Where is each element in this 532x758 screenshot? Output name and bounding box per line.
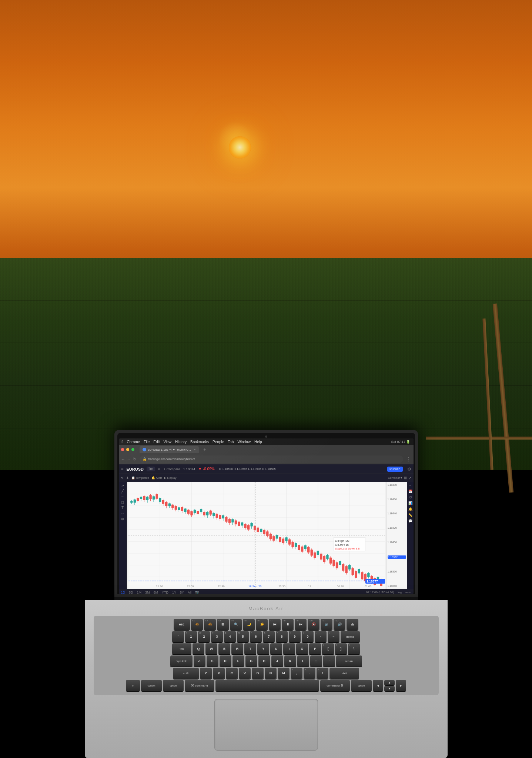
- key-command-left[interactable]: ⌘ command: [185, 680, 214, 691]
- key-f12[interactable]: F12🔊: [334, 619, 345, 630]
- key-f9[interactable]: F9⏭: [295, 619, 307, 630]
- timerange-3m[interactable]: 3M: [145, 591, 150, 594]
- key-s[interactable]: S: [207, 655, 218, 667]
- chrome-menu-item[interactable]: Chrome: [127, 440, 140, 444]
- key-f11[interactable]: F11🔉: [321, 619, 332, 630]
- tv-compare-label[interactable]: + Compare: [164, 467, 180, 471]
- key-f4[interactable]: F4🔍: [230, 619, 242, 630]
- timerange-1m[interactable]: 1M: [137, 591, 142, 594]
- timerange-5y[interactable]: 5Y: [180, 591, 184, 594]
- edit-menu-item[interactable]: Edit: [153, 440, 160, 444]
- tab-close-icon[interactable]: ×: [194, 448, 196, 451]
- tv-menu-icon[interactable]: ≡: [121, 467, 124, 472]
- alert-label[interactable]: 🔔 Alert: [151, 476, 162, 480]
- key-tab[interactable]: tab: [172, 643, 191, 654]
- key-option-left[interactable]: option: [163, 680, 184, 691]
- minimize-button[interactable]: [126, 448, 129, 451]
- key-r[interactable]: R: [231, 643, 243, 654]
- key-f7[interactable]: F7⏮: [269, 619, 281, 630]
- publish-button[interactable]: Publish: [387, 467, 403, 472]
- key-z[interactable]: Z: [200, 668, 212, 679]
- ruler-icon[interactable]: 📏: [408, 513, 412, 517]
- cursor-tool[interactable]: ↖: [121, 476, 124, 480]
- key-g[interactable]: G: [245, 655, 257, 667]
- key-f2[interactable]: F2🔆: [204, 619, 216, 630]
- tv-timeframe[interactable]: 1m: [147, 467, 155, 471]
- key-d[interactable]: D: [220, 655, 231, 667]
- key-f1[interactable]: F1🔅: [191, 619, 203, 630]
- key-f3[interactable]: F3⊞: [217, 619, 229, 630]
- replay-label[interactable]: ▶ Replay: [164, 476, 176, 480]
- view-menu-item[interactable]: View: [163, 440, 171, 444]
- key-capslock[interactable]: caps lock: [170, 655, 193, 667]
- alert-icon-right[interactable]: 🔔: [408, 507, 412, 511]
- timerange-1y[interactable]: 1Y: [172, 591, 176, 594]
- templates-label[interactable]: 📋 Templates: [131, 476, 150, 480]
- key-a[interactable]: A: [194, 655, 205, 667]
- key-0[interactable]: )0: [302, 631, 314, 642]
- key-t[interactable]: T: [244, 643, 256, 654]
- reload-button[interactable]: ↻: [133, 457, 137, 462]
- key-n[interactable]: N: [265, 668, 277, 679]
- key-command-right[interactable]: command ⌘: [320, 680, 350, 691]
- key-b[interactable]: B: [252, 668, 264, 679]
- key-eject[interactable]: ⏏: [347, 619, 358, 630]
- key-v[interactable]: V: [239, 668, 251, 679]
- key-backtick[interactable]: ~`: [172, 631, 184, 642]
- timerange-6m[interactable]: 6M: [154, 591, 158, 594]
- extensions-icon[interactable]: ⋮: [406, 456, 411, 462]
- key-f[interactable]: F: [232, 655, 244, 667]
- chrome-tab[interactable]: EURUSD 1.18374 ▼ -0.09% C... ×: [140, 446, 199, 453]
- tv-screenshot-icon[interactable]: 📷: [195, 591, 199, 594]
- key-up-arrow[interactable]: ▲: [384, 680, 395, 685]
- key-c[interactable]: C: [226, 668, 238, 679]
- history-menu-item[interactable]: History: [175, 440, 187, 444]
- tv-log-btn[interactable]: log: [398, 591, 402, 594]
- tv-centsbar[interactable]: Centsbar ▾: [388, 476, 402, 480]
- key-1[interactable]: !1: [185, 631, 197, 642]
- key-i[interactable]: I: [283, 643, 295, 654]
- key-y[interactable]: Y: [257, 643, 269, 654]
- people-menu-item[interactable]: People: [213, 440, 224, 444]
- key-9[interactable]: (9: [289, 631, 301, 642]
- arrow-tool[interactable]: ↗: [121, 484, 124, 488]
- timerange-5d[interactable]: 5D: [129, 591, 133, 594]
- key-j[interactable]: J: [271, 655, 283, 667]
- timerange-1d[interactable]: 1D: [121, 591, 126, 594]
- key-rbracket[interactable]: }]: [335, 643, 347, 654]
- timerange-all[interactable]: All: [188, 591, 191, 594]
- key-x[interactable]: X: [213, 668, 225, 679]
- key-o[interactable]: O: [296, 643, 308, 654]
- key-quote[interactable]: "': [323, 655, 335, 667]
- key-minus[interactable]: _-: [315, 631, 327, 642]
- touchpad[interactable]: [214, 699, 318, 751]
- close-button[interactable]: [121, 448, 124, 451]
- key-3[interactable]: #3: [211, 631, 223, 642]
- maximize-button[interactable]: [131, 448, 134, 451]
- address-bar[interactable]: 🔒 tradingview.com/chart/ailyh9Gc/: [140, 455, 403, 463]
- key-left-arrow[interactable]: ◄: [373, 680, 383, 691]
- tv-fullscreen-icon[interactable]: ⤢: [408, 476, 411, 480]
- key-fn[interactable]: fn: [126, 680, 140, 691]
- key-m[interactable]: M: [278, 668, 290, 679]
- key-right-arrow[interactable]: ►: [396, 680, 406, 691]
- key-f6[interactable]: F6☀️: [256, 619, 268, 630]
- timerange-ytd[interactable]: YTD: [162, 591, 168, 594]
- key-control[interactable]: control: [141, 680, 162, 691]
- tab-menu-item[interactable]: Tab: [228, 440, 234, 444]
- bookmarks-menu-item[interactable]: Bookmarks: [190, 440, 209, 444]
- new-tab-button[interactable]: +: [203, 447, 206, 453]
- key-shift-left[interactable]: shift: [173, 668, 199, 679]
- indicator-icon[interactable]: 📊: [408, 501, 412, 505]
- tv-settings-icon[interactable]: ⚙: [407, 467, 411, 472]
- crosshair-tool[interactable]: ✛: [126, 476, 129, 480]
- key-7[interactable]: &7: [263, 631, 275, 642]
- key-lbracket[interactable]: {[: [322, 643, 334, 654]
- key-8[interactable]: *8: [276, 631, 288, 642]
- key-delete[interactable]: delete: [341, 631, 360, 642]
- key-period[interactable]: >.: [304, 668, 315, 679]
- key-l[interactable]: L: [297, 655, 309, 667]
- window-menu-item[interactable]: Window: [237, 440, 251, 444]
- line-tool[interactable]: ╱: [121, 489, 124, 493]
- key-5[interactable]: %5: [237, 631, 249, 642]
